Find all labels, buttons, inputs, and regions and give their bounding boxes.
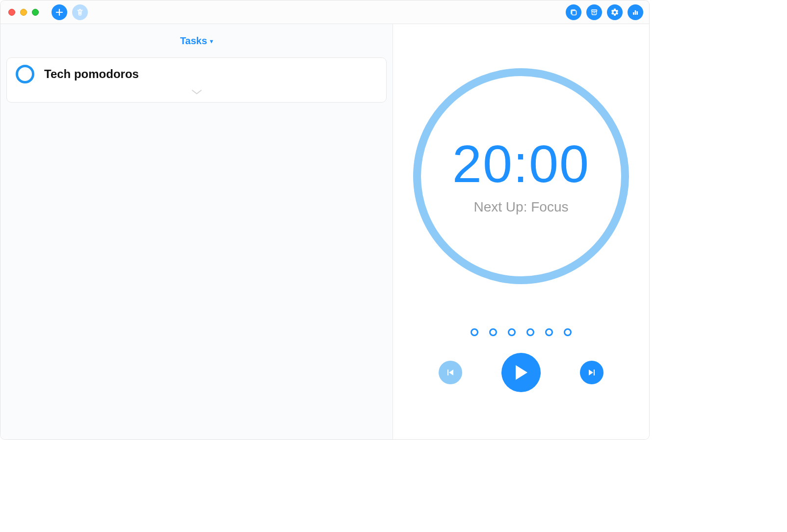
plus-icon bbox=[55, 8, 63, 16]
add-task-button[interactable] bbox=[52, 4, 67, 20]
skip-back-icon bbox=[446, 368, 455, 377]
svg-rect-6 bbox=[594, 370, 595, 375]
panel-icon bbox=[570, 8, 577, 16]
gear-icon bbox=[610, 8, 619, 17]
tasks-pane: Tasks ▾ Tech pomodoros bbox=[0, 24, 393, 439]
next-button[interactable] bbox=[580, 361, 603, 384]
timer-next-label: Next Up: Focus bbox=[474, 199, 569, 215]
svg-rect-5 bbox=[447, 370, 448, 375]
task-complete-toggle[interactable] bbox=[16, 65, 34, 83]
app-window: Tasks ▾ Tech pomodoros 20 bbox=[0, 0, 650, 440]
task-title: Tech pomodoros bbox=[44, 68, 139, 80]
settings-button[interactable] bbox=[607, 4, 623, 20]
tasks-header-dropdown[interactable]: Tasks ▾ bbox=[0, 24, 393, 57]
progress-dot bbox=[508, 328, 516, 336]
play-button[interactable] bbox=[501, 353, 541, 392]
stats-button[interactable] bbox=[628, 4, 643, 20]
window-close[interactable] bbox=[8, 9, 15, 16]
traffic-lights bbox=[8, 9, 39, 16]
window-minimize[interactable] bbox=[20, 9, 27, 16]
titlebar-left bbox=[8, 4, 88, 20]
window-zoom[interactable] bbox=[32, 9, 39, 16]
timer-controls bbox=[439, 353, 603, 392]
play-icon bbox=[514, 364, 528, 381]
timer-value: 20:00 bbox=[452, 137, 590, 190]
archive-button[interactable] bbox=[586, 4, 602, 20]
trash-icon bbox=[76, 8, 84, 16]
timer-pane: 20:00 Next Up: Focus bbox=[393, 24, 649, 439]
svg-rect-2 bbox=[633, 12, 634, 15]
bar-chart-icon bbox=[631, 8, 639, 16]
titlebar-right bbox=[566, 4, 643, 20]
task-expand-toggle[interactable] bbox=[16, 88, 377, 97]
progress-dot bbox=[489, 328, 497, 336]
prev-button[interactable] bbox=[439, 361, 462, 384]
svg-rect-1 bbox=[592, 10, 597, 11]
task-row: Tech pomodoros bbox=[16, 65, 377, 83]
chevron-down-icon: ▾ bbox=[210, 38, 213, 45]
task-card[interactable]: Tech pomodoros bbox=[6, 57, 387, 103]
archive-icon bbox=[590, 8, 598, 16]
tasks-header-label: Tasks bbox=[180, 35, 207, 47]
svg-rect-4 bbox=[636, 11, 638, 15]
panel-toggle-button[interactable] bbox=[566, 4, 581, 20]
timer-circle: 20:00 Next Up: Focus bbox=[413, 68, 629, 284]
progress-dot bbox=[471, 328, 478, 336]
svg-rect-3 bbox=[635, 10, 636, 15]
content: Tasks ▾ Tech pomodoros 20 bbox=[0, 24, 649, 439]
skip-forward-icon bbox=[587, 368, 597, 377]
progress-dot bbox=[526, 328, 534, 336]
chevron-down-icon bbox=[191, 88, 202, 97]
titlebar bbox=[0, 0, 649, 24]
delete-task-button[interactable] bbox=[72, 4, 88, 20]
svg-rect-0 bbox=[572, 10, 577, 15]
session-progress bbox=[471, 328, 572, 336]
progress-dot bbox=[564, 328, 572, 336]
progress-dot bbox=[545, 328, 553, 336]
